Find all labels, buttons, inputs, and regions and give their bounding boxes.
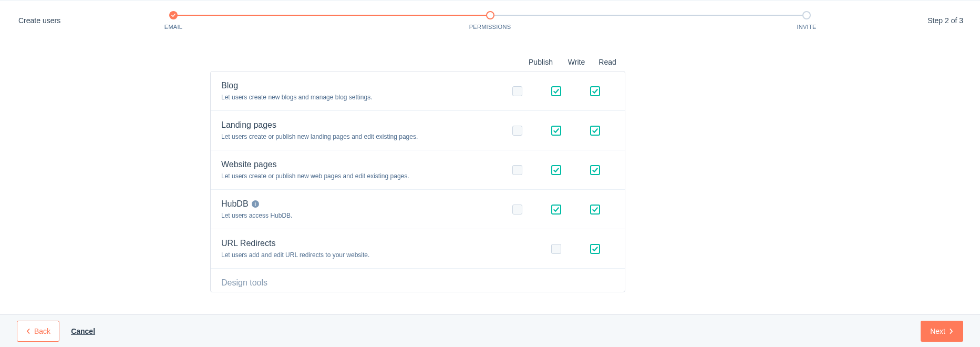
permission-description: Let users create or publish new landing …: [221, 133, 498, 140]
permission-description: Let users create new blogs and manage bl…: [221, 94, 498, 101]
checkbox-read[interactable]: [590, 126, 600, 136]
column-header-read: Read: [592, 58, 623, 66]
check-icon: [553, 167, 560, 174]
permission-title: HubDBi: [221, 199, 498, 209]
check-icon: [592, 88, 599, 95]
step-label-permissions: PERMISSIONS: [469, 24, 511, 30]
column-header-publish: Publish: [522, 58, 559, 66]
permissions-table: BlogLet users create new blogs and manag…: [210, 71, 625, 292]
step-invite-dot: [802, 11, 811, 19]
next-button[interactable]: Next: [921, 321, 963, 342]
step-permissions-dot: [486, 11, 494, 19]
checkbox-publish[interactable]: [512, 205, 522, 215]
check-icon: [592, 206, 599, 213]
check-icon: [553, 88, 560, 95]
checkbox-read[interactable]: [590, 244, 600, 254]
permission-row: HubDBiLet users access HubDB.: [211, 189, 625, 229]
permission-row-partial: Design tools: [211, 268, 625, 292]
cancel-link[interactable]: Cancel: [71, 327, 95, 335]
back-button[interactable]: Back: [17, 321, 59, 342]
next-button-label: Next: [930, 327, 945, 335]
checkbox-publish[interactable]: [512, 126, 522, 136]
checkbox-read[interactable]: [590, 205, 600, 215]
permission-row: BlogLet users create new blogs and manag…: [211, 72, 625, 110]
column-header-write: Write: [561, 58, 592, 66]
permission-title: Landing pages: [221, 120, 498, 130]
checkbox-write[interactable]: [551, 86, 561, 96]
permission-title: Website pages: [221, 160, 498, 169]
permission-description: Let users add and edit URL redirects to …: [221, 251, 498, 259]
step-label-email: EMAIL: [164, 24, 183, 30]
step-label-invite: INVITE: [797, 24, 816, 30]
check-icon: [592, 246, 599, 252]
checkbox-write[interactable]: [551, 244, 561, 254]
permission-description: Let users create or publish new web page…: [221, 172, 498, 180]
info-icon[interactable]: i: [252, 200, 259, 208]
permission-row: Website pagesLet users create or publish…: [211, 150, 625, 189]
checkbox-write[interactable]: [551, 205, 561, 215]
step-indicator: Step 2 of 3: [927, 16, 963, 25]
checkbox-publish[interactable]: [512, 165, 522, 175]
permission-description: Let users access HubDB.: [221, 212, 498, 219]
checkbox-write[interactable]: [551, 126, 561, 136]
checkbox-read[interactable]: [590, 165, 600, 175]
back-button-label: Back: [34, 327, 50, 335]
chevron-right-icon: [948, 329, 954, 334]
wizard-footer: Back Cancel Next: [0, 314, 980, 347]
stepper: EMAIL PERMISSIONS INVITE: [173, 11, 807, 32]
check-icon: [592, 167, 599, 174]
check-icon: [553, 127, 560, 134]
check-icon: [592, 127, 599, 134]
permission-title: URL Redirects: [221, 239, 498, 248]
step-email-dot: [169, 11, 178, 19]
chevron-left-icon: [26, 329, 31, 334]
page-title: Create users: [18, 16, 60, 25]
permission-title: Design tools: [221, 278, 614, 288]
checkbox-write[interactable]: [551, 165, 561, 175]
checkbox-read[interactable]: [590, 86, 600, 96]
check-icon: [553, 206, 560, 213]
checkbox-publish[interactable]: [512, 86, 522, 96]
permission-row: Landing pagesLet users create or publish…: [211, 110, 625, 150]
permission-row: URL RedirectsLet users add and edit URL …: [211, 229, 625, 268]
check-icon: [171, 13, 176, 17]
permission-title: Blog: [221, 81, 498, 90]
